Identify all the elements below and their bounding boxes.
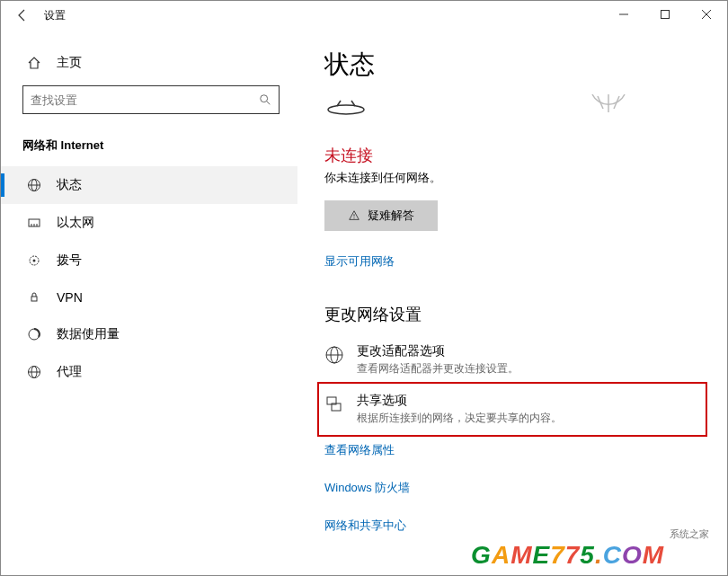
sharing-title: 共享选项 (357, 393, 562, 409)
sidebar-item-dialup[interactable]: 拨号 (1, 242, 297, 279)
adapter-texts: 更改适配器选项 查看网络适配器并更改连接设置。 (357, 343, 519, 377)
search-box[interactable] (22, 85, 280, 114)
home-link[interactable]: 主页 (1, 48, 297, 85)
sidebar-item-ethernet[interactable]: 以太网 (1, 204, 297, 242)
svg-point-27 (353, 217, 354, 218)
vpn-icon (26, 290, 42, 305)
window-controls (603, 1, 727, 28)
bottom-links: 查看网络属性 Windows 防火墙 网络和共享中心 (324, 442, 700, 543)
close-icon (702, 10, 711, 19)
svg-rect-1 (661, 11, 670, 19)
troubleshoot-button[interactable]: 疑难解答 (324, 200, 438, 231)
data-usage-icon (26, 327, 42, 341)
settings-window: 设置 主页 网络和 Interne (0, 0, 728, 576)
adapter-title: 更改适配器选项 (357, 343, 519, 359)
globe-icon (26, 178, 42, 192)
sidebar-item-label: 代理 (57, 364, 82, 380)
sharing-sub: 根据所连接到的网络，决定要共享的内容。 (357, 411, 562, 426)
sharing-icon (324, 393, 344, 414)
ethernet-icon (26, 216, 42, 230)
sidebar: 主页 网络和 Internet 状态 以太网 拨号 VPN (1, 30, 297, 575)
device-icon (324, 92, 368, 117)
svg-point-4 (261, 95, 268, 102)
adapter-sub: 查看网络适配器并更改连接设置。 (357, 361, 519, 377)
svg-line-5 (267, 102, 271, 105)
home-label: 主页 (57, 55, 82, 71)
sharing-texts: 共享选项 根据所连接到的网络，决定要共享的内容。 (357, 393, 562, 426)
troubleshoot-label: 疑难解答 (368, 208, 414, 224)
sidebar-item-proxy[interactable]: 代理 (1, 353, 297, 391)
network-properties-link[interactable]: 查看网络属性 (324, 442, 700, 458)
sharing-options-row[interactable]: 共享选项 根据所连接到的网络，决定要共享的内容。 (324, 393, 700, 426)
watermark-logo: GAME775.COM (471, 541, 664, 570)
sidebar-section-label: 网络和 Internet (1, 132, 297, 166)
svg-point-20 (328, 105, 364, 114)
change-settings-heading: 更改网络设置 (324, 304, 700, 325)
titlebar: 设置 (1, 1, 727, 30)
firewall-link[interactable]: Windows 防火墙 (324, 480, 700, 496)
not-connected-sub: 你未连接到任何网络。 (324, 170, 700, 186)
close-button[interactable] (686, 1, 727, 28)
warning-icon (348, 209, 360, 222)
search-input[interactable] (31, 93, 259, 107)
svg-point-14 (33, 260, 36, 262)
not-connected-title: 未连接 (324, 145, 700, 166)
minimize-button[interactable] (603, 1, 644, 28)
arrow-left-icon (15, 8, 30, 22)
content-area: 主页 网络和 Internet 状态 以太网 拨号 VPN (1, 30, 727, 575)
adapter-options-row[interactable]: 更改适配器选项 查看网络适配器并更改连接设置。 (324, 343, 700, 377)
sidebar-item-label: VPN (57, 290, 83, 305)
status-icons-row (324, 91, 700, 118)
sidebar-item-label: 以太网 (57, 215, 94, 231)
show-networks-link[interactable]: 显示可用网络 (324, 253, 395, 270)
maximize-button[interactable] (644, 1, 686, 28)
sidebar-item-vpn[interactable]: VPN (1, 279, 297, 315)
search-icon (259, 93, 271, 106)
sharing-highlight: 共享选项 根据所连接到的网络，决定要共享的内容。 (317, 382, 707, 437)
sidebar-item-status[interactable]: 状态 (1, 166, 297, 204)
main-panel: 状态 未连接 你未连接到任何网络。 疑难解答 显示可用网络 更改网络设置 (297, 30, 727, 575)
sidebar-item-label: 拨号 (57, 253, 82, 269)
home-icon (26, 56, 42, 70)
svg-line-25 (614, 96, 619, 109)
window-title: 设置 (44, 8, 66, 23)
back-button[interactable] (8, 1, 37, 30)
svg-rect-15 (31, 297, 37, 301)
svg-line-24 (598, 96, 603, 109)
sharing-center-link[interactable]: 网络和共享中心 (324, 518, 700, 534)
page-title: 状态 (324, 48, 700, 82)
dialup-icon (26, 253, 42, 268)
sidebar-item-data-usage[interactable]: 数据使用量 (1, 315, 297, 353)
minimize-icon (619, 10, 628, 19)
proxy-icon (26, 365, 42, 379)
maximize-icon (661, 10, 670, 19)
globe-disconnected-icon (589, 91, 628, 118)
sidebar-item-label: 状态 (57, 177, 82, 193)
sidebar-item-label: 数据使用量 (57, 326, 120, 342)
watermark-small: 系统之家 (670, 527, 709, 541)
adapter-icon (324, 343, 344, 365)
